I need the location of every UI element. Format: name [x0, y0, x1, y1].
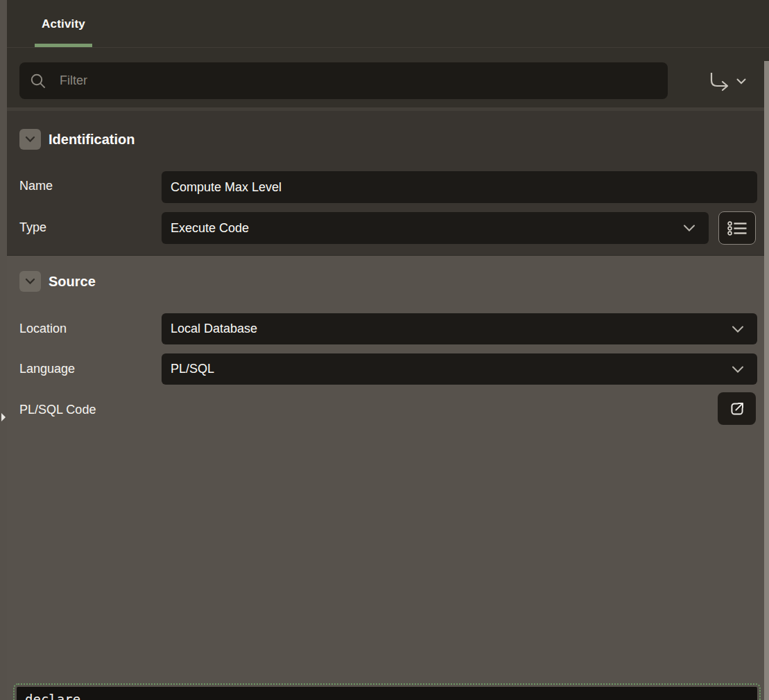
open-in-dialog-icon: [728, 400, 746, 418]
plsql-code-label: PL/SQL Code: [19, 403, 96, 417]
name-input[interactable]: [162, 171, 757, 203]
search-icon: [29, 72, 47, 90]
source-section: Source Location Local Database Language …: [7, 255, 769, 700]
type-label: Type: [19, 220, 46, 235]
code-editor-expand-button[interactable]: [718, 392, 756, 425]
language-label: Language: [19, 362, 75, 376]
chevron-down-icon: [736, 78, 746, 85]
goto-arrow-icon: [707, 71, 732, 91]
source-header: Source: [19, 271, 96, 292]
language-select-value: PL/SQL: [171, 362, 214, 376]
tab-activity-label: Activity: [42, 17, 85, 31]
panel-splitter[interactable]: [0, 0, 7, 700]
source-collapse-button[interactable]: [19, 271, 41, 292]
identification-header: Identification: [19, 129, 135, 150]
chevron-down-icon: [25, 278, 35, 285]
filter-input[interactable]: [60, 73, 658, 88]
location-select[interactable]: Local Database: [162, 313, 757, 344]
chevron-down-icon: [683, 225, 695, 232]
identification-section: Identification Name Type Execute Code: [7, 112, 769, 255]
source-title: Source: [49, 274, 96, 290]
identification-title: Identification: [49, 132, 135, 148]
type-select[interactable]: Execute Code: [162, 212, 709, 244]
property-editor-main: Activity: [7, 0, 769, 700]
type-picker-button[interactable]: [718, 211, 756, 245]
panel-header: Activity: [7, 0, 769, 109]
tab-activity[interactable]: Activity: [35, 0, 92, 48]
identification-collapse-button[interactable]: [19, 129, 41, 150]
scrollbar-track[interactable]: [764, 61, 769, 700]
name-label: Name: [19, 179, 53, 193]
goto-menu-button[interactable]: [699, 67, 753, 96]
active-tab-indicator: [35, 44, 92, 47]
location-select-value: Local Database: [171, 322, 257, 336]
plsql-code-content[interactable]: declare level_no number; begin if :AMOUN…: [17, 687, 757, 700]
chevron-down-icon: [25, 136, 35, 143]
plsql-code-editor[interactable]: declare level_no number; begin if :AMOUN…: [17, 687, 757, 700]
type-select-value: Execute Code: [171, 221, 249, 236]
chevron-down-icon: [732, 365, 744, 373]
location-label: Location: [19, 322, 67, 336]
property-editor-panel: Activity: [0, 0, 769, 700]
splitter-collapse-handle[interactable]: [1, 413, 6, 421]
header-separator: [7, 107, 769, 111]
language-select[interactable]: PL/SQL: [162, 353, 757, 385]
chevron-down-icon: [732, 325, 744, 333]
filter-searchbox[interactable]: [19, 62, 668, 99]
tab-bar: Activity: [7, 0, 769, 48]
bulleted-list-icon: [727, 220, 748, 236]
